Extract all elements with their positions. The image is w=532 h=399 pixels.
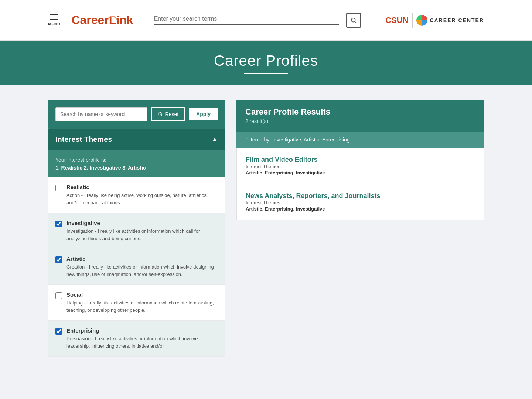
checkbox-item-artistic[interactable]: Artistic Creation - I really like activi… xyxy=(48,249,225,285)
menu-bar-2 xyxy=(50,17,58,17)
checkbox-label-enterprising: Enterprising Persuasion - I really like … xyxy=(66,327,218,349)
logo-arc-icon xyxy=(106,13,119,20)
result-title[interactable]: Film and Video Editors xyxy=(246,156,318,163)
checkbox-label-realistic: Realistic Action - I really like being a… xyxy=(66,184,218,206)
checkbox-desc-investigative: Investigation - I really like activities… xyxy=(66,228,218,242)
result-themes: Artistic, Enterprising, Investigative xyxy=(246,170,475,175)
checkbox-title-social: Social xyxy=(66,291,218,298)
checkbox-desc-artistic: Creation - I really like activities or i… xyxy=(66,263,218,278)
search-icon xyxy=(350,17,357,24)
search-button[interactable] xyxy=(346,13,361,28)
interest-themes-title: Interest Themes xyxy=(55,135,112,144)
menu-bar-1 xyxy=(50,14,58,15)
logo-text: CareerLink xyxy=(71,13,133,27)
checkbox-title-enterprising: Enterprising xyxy=(66,327,218,334)
result-themes-label: Interest Themes: xyxy=(246,200,475,205)
results-count: 2 result(s) xyxy=(245,118,475,124)
profile-values: 1. Realistic 2. Investigative 3. Artisti… xyxy=(55,165,218,171)
logo[interactable]: CareerLink xyxy=(71,13,146,27)
menu-button[interactable]: MENU xyxy=(48,14,60,26)
right-panel: Career Profile Results 2 result(s) Filte… xyxy=(236,100,484,357)
menu-bar-3 xyxy=(50,19,58,20)
checkbox-label-social: Social Helping - I really like activitie… xyxy=(66,291,218,314)
interest-themes-header[interactable]: Interest Themes ▲ xyxy=(48,129,225,150)
result-themes: Artistic, Enterprising, Investigative xyxy=(246,206,475,212)
checkbox-item-enterprising[interactable]: Enterprising Persuasion - I really like … xyxy=(48,321,225,357)
svg-point-0 xyxy=(351,18,355,22)
search-bar xyxy=(154,16,339,25)
checkbox-enterprising[interactable] xyxy=(55,328,62,335)
checkbox-desc-enterprising: Persuasion - I really like activities or… xyxy=(66,335,218,349)
filter-bar: Filtered by: Investigative, Artistic, En… xyxy=(236,132,484,148)
checkbox-realistic[interactable] xyxy=(55,185,62,191)
checkbox-item-social[interactable]: Social Helping - I really like activitie… xyxy=(48,285,225,321)
header: MENU CareerLink CSUN CAREER CENTER xyxy=(0,0,532,41)
trash-icon xyxy=(158,112,163,117)
filter-box: Reset Apply xyxy=(48,100,225,129)
checkbox-item-realistic[interactable]: Realistic Action - I really like being a… xyxy=(48,177,225,213)
result-themes-label: Interest Themes: xyxy=(246,164,475,169)
checkbox-item-investigative[interactable]: Investigative Investigation - I really l… xyxy=(48,213,225,249)
result-item: Film and Video Editors Interest Themes: … xyxy=(237,148,484,184)
svg-line-1 xyxy=(355,21,356,23)
right-logo: CSUN CAREER CENTER xyxy=(385,13,484,28)
left-panel: Reset Apply Interest Themes ▲ Your inter… xyxy=(48,100,225,357)
hero-underline xyxy=(244,73,288,74)
profile-label: Your interest profile is: xyxy=(55,157,218,163)
checkbox-title-artistic: Artistic xyxy=(66,256,218,262)
checkbox-list: Realistic Action - I really like being a… xyxy=(48,177,225,357)
checkbox-label-artistic: Artistic Creation - I really like activi… xyxy=(66,256,218,278)
checkbox-label-investigative: Investigative Investigation - I really l… xyxy=(66,220,218,242)
hero-section: Career Profiles xyxy=(0,41,532,85)
results-title: Career Profile Results xyxy=(245,107,475,117)
career-center-label: CAREER CENTER xyxy=(430,17,484,23)
result-title[interactable]: News Analysts, Reporters, and Journalist… xyxy=(246,192,380,200)
menu-label: MENU xyxy=(48,22,60,26)
interest-themes-section: Interest Themes ▲ Your interest profile … xyxy=(48,129,225,357)
csun-label: CSUN xyxy=(385,16,408,25)
results-header: Career Profile Results 2 result(s) xyxy=(236,100,484,132)
checkbox-desc-realistic: Action - I really like being active, wor… xyxy=(66,192,218,206)
chevron-up-icon: ▲ xyxy=(211,136,218,143)
career-center-logo: CAREER CENTER xyxy=(416,15,484,26)
apply-button[interactable]: Apply xyxy=(189,108,218,120)
logo-divider xyxy=(412,13,413,28)
search-input[interactable] xyxy=(154,16,339,22)
checkbox-title-investigative: Investigative xyxy=(66,220,218,226)
main-content: Reset Apply Interest Themes ▲ Your inter… xyxy=(0,85,532,371)
cc-circle-icon xyxy=(416,15,427,26)
page-title: Career Profiles xyxy=(214,52,318,69)
checkbox-investigative[interactable] xyxy=(55,221,62,227)
filter-bar-text: Filtered by: Investigative, Artistic, En… xyxy=(245,137,349,143)
result-item: News Analysts, Reporters, and Journalist… xyxy=(237,184,484,220)
checkbox-desc-social: Helping - I really like activities or in… xyxy=(66,299,218,314)
profile-info: Your interest profile is: 1. Realistic 2… xyxy=(48,150,225,177)
checkbox-artistic[interactable] xyxy=(55,256,62,263)
checkbox-title-realistic: Realistic xyxy=(66,184,218,190)
reset-button[interactable]: Reset xyxy=(151,107,185,121)
results-body: Film and Video Editors Interest Themes: … xyxy=(236,148,484,220)
checkbox-social[interactable] xyxy=(55,292,62,299)
keyword-search-input[interactable] xyxy=(55,107,147,121)
